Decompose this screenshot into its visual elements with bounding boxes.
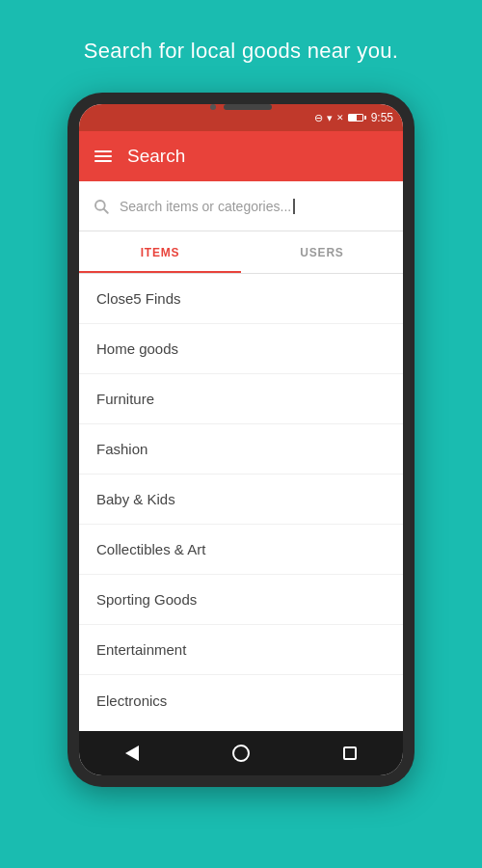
app-bar: Search [79, 131, 403, 181]
phone-frame: ⊖ ▾ ✕ 9:55 Search [67, 93, 415, 787]
list-item-sporting-goods[interactable]: Sporting Goods [79, 575, 403, 625]
home-button[interactable] [232, 745, 250, 762]
tab-items[interactable]: ITEMS [79, 231, 241, 273]
hamburger-menu-icon[interactable] [94, 150, 112, 162]
back-icon [125, 746, 139, 761]
recents-button[interactable] [343, 746, 357, 760]
status-icons: ⊖ ▾ ✕ 9:55 [314, 111, 393, 124]
search-placeholder: Search items or categories... [120, 199, 291, 214]
list-item-label: Entertainment [96, 641, 186, 658]
list-item-label: Furniture [96, 391, 154, 407]
list-item-label: Close5 Finds [96, 290, 181, 307]
list-item-label: Collectibles & Art [96, 541, 205, 557]
search-input[interactable]: Search items or categories... [120, 199, 389, 214]
tagline: Search for local goods near you. [65, 39, 417, 64]
battery-icon [348, 114, 363, 122]
dnd-icon: ⊖ [314, 112, 323, 124]
tab-items-label: ITEMS [141, 246, 180, 259]
list-item-label: Fashion [96, 441, 147, 457]
bottom-nav [79, 731, 403, 775]
list-item[interactable]: Entertainment [79, 625, 403, 675]
tabs-bar: ITEMS USERS [79, 231, 403, 274]
status-time: 9:55 [371, 111, 393, 124]
list-item[interactable]: Collectibles & Art [79, 525, 403, 575]
app-bar-title: Search [127, 146, 185, 167]
search-bar[interactable]: Search items or categories... [79, 181, 403, 231]
list-item[interactable]: Furniture [79, 374, 403, 424]
list-item-label: Electronics [96, 692, 167, 709]
list-item-label: Home goods [96, 340, 178, 357]
list-item-label: Baby & Kids [96, 491, 175, 507]
phone-screen: ⊖ ▾ ✕ 9:55 Search [79, 104, 403, 775]
list-item[interactable]: Baby & Kids [79, 475, 403, 525]
text-cursor [293, 199, 295, 214]
tab-users[interactable]: USERS [241, 231, 403, 273]
battery-fill [349, 115, 357, 121]
category-list: Close5 Finds Home goods Furniture Fashio… [79, 274, 403, 731]
search-icon [93, 198, 110, 215]
home-icon [232, 745, 250, 762]
back-button[interactable] [125, 746, 139, 761]
wifi-icon: ▾ [327, 112, 333, 124]
list-item[interactable]: Home goods [79, 324, 403, 374]
signal-x-icon: ✕ [336, 114, 344, 122]
svg-line-1 [104, 208, 108, 212]
recents-icon [343, 746, 357, 760]
list-item[interactable]: Fashion [79, 424, 403, 475]
list-item[interactable]: Electronics [79, 675, 403, 725]
list-item[interactable]: Close5 Finds [79, 274, 403, 324]
camera-dot [210, 104, 216, 110]
phone-hardware-top [210, 104, 272, 110]
tab-users-label: USERS [300, 246, 343, 259]
list-item-label: Sporting Goods [96, 591, 197, 608]
speaker-bar [224, 104, 272, 110]
